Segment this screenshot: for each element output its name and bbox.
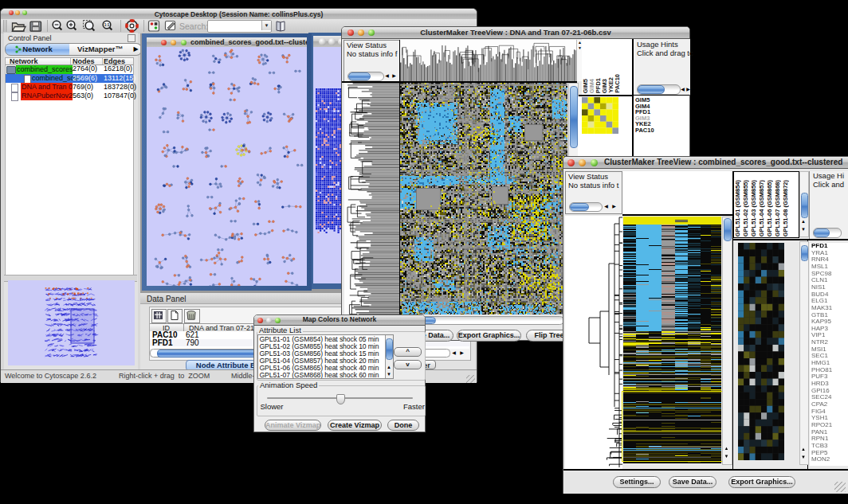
svg-text:1:1: 1:1 (104, 23, 110, 27)
